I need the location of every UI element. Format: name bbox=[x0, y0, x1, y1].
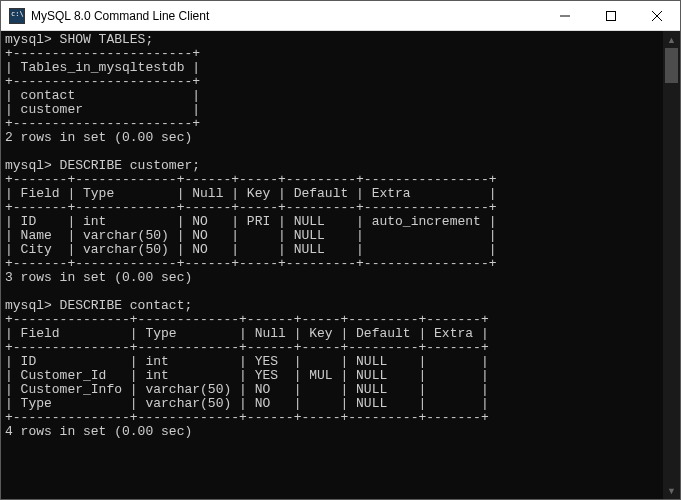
scroll-down-button[interactable]: ▼ bbox=[663, 482, 680, 499]
svg-rect-1 bbox=[607, 11, 616, 20]
terminal-area: mysql> SHOW TABLES; +-------------------… bbox=[1, 31, 680, 499]
terminal-output[interactable]: mysql> SHOW TABLES; +-------------------… bbox=[1, 31, 663, 499]
close-button[interactable] bbox=[634, 1, 680, 30]
close-icon bbox=[652, 11, 662, 21]
maximize-button[interactable] bbox=[588, 1, 634, 30]
window-controls bbox=[542, 1, 680, 30]
scroll-thumb[interactable] bbox=[665, 48, 678, 83]
app-window: MySQL 8.0 Command Line Client mysql> SHO… bbox=[0, 0, 681, 500]
app-icon bbox=[9, 8, 25, 24]
maximize-icon bbox=[606, 11, 616, 21]
minimize-icon bbox=[560, 11, 570, 21]
scroll-up-button[interactable]: ▲ bbox=[663, 31, 680, 48]
window-title: MySQL 8.0 Command Line Client bbox=[31, 9, 542, 23]
titlebar[interactable]: MySQL 8.0 Command Line Client bbox=[1, 1, 680, 31]
scrollbar[interactable]: ▲ ▼ bbox=[663, 31, 680, 499]
minimize-button[interactable] bbox=[542, 1, 588, 30]
scroll-track[interactable] bbox=[663, 48, 680, 482]
